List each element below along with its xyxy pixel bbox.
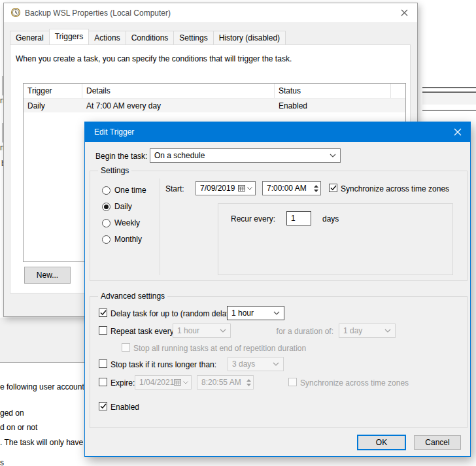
new-trigger-button[interactable]: New...: [24, 267, 71, 284]
bg-list-line: [422, 87, 476, 88]
chevron-down-icon: [247, 187, 252, 190]
column-header-trigger[interactable]: Trigger: [24, 84, 82, 98]
recur-every-input[interactable]: 1: [286, 211, 311, 225]
tab-conditions[interactable]: Conditions: [126, 31, 175, 45]
task-clock-icon: [10, 7, 21, 18]
settings-group-label: Settings: [98, 166, 131, 175]
sync-timezones-checkbox[interactable]: [329, 184, 337, 192]
stop-task-duration-dropdown: 3 days: [228, 357, 284, 371]
expire-sync-checkbox: [288, 378, 297, 386]
radio-one-time[interactable]: One time: [102, 185, 146, 195]
duration-label: for a duration of:: [273, 327, 333, 336]
dialog-title: Edit Trigger: [94, 127, 134, 137]
tab-general[interactable]: General: [10, 31, 50, 45]
expire-time-spinner: 8:20:55 AM: [197, 375, 254, 390]
tab-settings[interactable]: Settings: [173, 31, 213, 45]
calendar-icon: [174, 379, 181, 386]
tab-strip: General Triggers Actions Conditions Sett…: [10, 29, 285, 45]
ok-button[interactable]: OK: [357, 435, 406, 450]
close-icon[interactable]: [449, 125, 466, 139]
expire-label: Expire:: [110, 378, 135, 388]
delay-duration-dropdown[interactable]: 1 hour: [227, 306, 284, 320]
repeat-task-checkbox[interactable]: [99, 326, 107, 335]
start-date-picker[interactable]: 7/09/2019: [196, 181, 256, 195]
tab-triggers[interactable]: Triggers: [49, 29, 90, 45]
bg-text-column: e following user account ged on d on or …: [0, 379, 84, 466]
bg-text-fragment: . The task will only have: [0, 438, 83, 447]
window-title: Backup WSL Properties (Local Computer): [25, 8, 171, 18]
repeat-interval-dropdown: 1 hour: [173, 324, 231, 338]
sync-timezones-label: Synchronize across time zones: [341, 184, 449, 193]
delay-task-label: Delay task for up to (random delay):: [110, 309, 235, 318]
duration-dropdown: 1 day: [339, 324, 396, 338]
chevron-down-icon: [330, 154, 336, 158]
begin-task-dropdown[interactable]: On a schedule: [150, 148, 341, 163]
radio-daily[interactable]: Daily: [102, 201, 132, 212]
expire-checkbox[interactable]: [99, 378, 107, 386]
expire-date-picker: 1/04/2021: [135, 375, 192, 390]
spinner-arrows-icon: [244, 379, 251, 386]
radio-icon: [102, 219, 110, 227]
bg-panel: [0, 318, 84, 363]
recur-every-label: Recur every:: [231, 214, 275, 224]
stop-all-tasks-checkbox: [122, 343, 130, 352]
enabled-label: Enabled: [110, 403, 139, 412]
chevron-down-icon: [220, 329, 226, 333]
chevron-down-icon: [273, 362, 279, 366]
check-icon: [330, 185, 337, 191]
recur-unit-label: days: [322, 214, 339, 224]
titlebar[interactable]: Backup WSL Properties (Local Computer): [4, 3, 417, 22]
stop-task-checkbox[interactable]: [99, 359, 107, 368]
advanced-group-label: Advanced settings: [98, 291, 167, 301]
start-time-spinner[interactable]: 7:00:00 AM: [262, 181, 321, 195]
check-icon: [100, 403, 107, 409]
bg-text-fragment: d on or not: [0, 423, 37, 432]
table-row[interactable]: Daily At 7:00 AM every day Enabled: [24, 99, 405, 112]
bg-list-line: [422, 110, 476, 111]
cell-status: Enabled: [275, 101, 391, 110]
stop-task-label: Stop task if it runs longer than:: [110, 360, 216, 369]
cancel-button[interactable]: Cancel: [414, 435, 461, 450]
radio-icon: [102, 186, 110, 195]
settings-separator: [160, 178, 160, 275]
chevron-down-icon: [384, 329, 391, 333]
page-description: When you create a task, you can specify …: [16, 54, 292, 63]
bg-text-fragment: ged on: [0, 408, 24, 418]
cell-details: At 7:00 AM every day: [82, 101, 275, 110]
start-label: Start:: [165, 184, 184, 193]
spinner-arrows-icon[interactable]: [311, 185, 318, 192]
cell-trigger: Daily: [24, 101, 82, 110]
calendar-icon: [238, 185, 245, 191]
begin-task-label: Begin the task:: [95, 152, 147, 161]
tab-actions[interactable]: Actions: [88, 31, 126, 45]
tab-history[interactable]: History (disabled): [213, 31, 286, 45]
bg-text-fragment: e following user account: [0, 382, 84, 391]
radio-monthly[interactable]: Monthly: [102, 234, 142, 244]
bg-list-band: [422, 93, 476, 105]
close-icon[interactable]: [396, 5, 412, 20]
expire-sync-label: Synchronize across time zones: [300, 378, 409, 388]
stop-all-tasks-label: Stop all running tasks at end of repetit…: [133, 344, 306, 353]
trigger-list-header: Trigger Details Status: [24, 84, 405, 99]
bg-list-line: [422, 92, 476, 93]
column-header-details[interactable]: Details: [82, 84, 275, 98]
enabled-checkbox[interactable]: [99, 402, 107, 410]
column-header-status[interactable]: Status: [275, 84, 391, 98]
delay-task-checkbox[interactable]: [99, 308, 107, 317]
chevron-down-icon: [183, 381, 188, 384]
radio-icon: [102, 235, 110, 244]
check-icon: [100, 310, 107, 316]
dialog-titlebar[interactable]: Edit Trigger: [85, 122, 470, 142]
radio-weekly[interactable]: Weekly: [102, 218, 140, 228]
repeat-task-label: Repeat task every:: [110, 327, 176, 336]
chevron-down-icon: [273, 311, 280, 315]
bg-text-fragment: s: [0, 458, 4, 466]
radio-selected-icon: [102, 203, 110, 211]
edit-trigger-dialog: Edit Trigger Begin the task: On a schedu…: [84, 122, 471, 457]
desktop: n n b e following user account ged on d …: [0, 0, 476, 466]
